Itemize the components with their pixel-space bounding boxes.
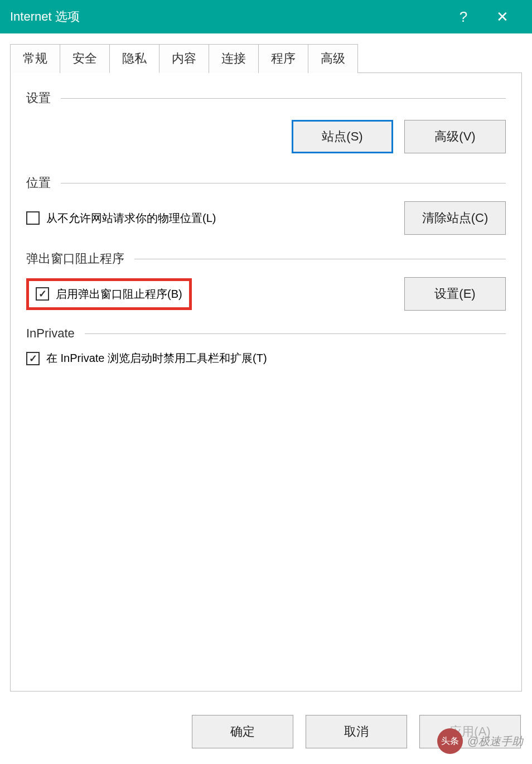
tab-general[interactable]: 常规 [10, 44, 60, 73]
section-inprivate-heading: InPrivate [26, 326, 506, 341]
section-settings-heading: 设置 [26, 90, 506, 107]
popup-settings-button[interactable]: 设置(E) [404, 277, 506, 311]
section-inprivate-label: InPrivate [26, 326, 75, 341]
dialog-body: 常规 安全 隐私 内容 连接 程序 高级 设置 站点(S) 高级(V) 位置 从… [0, 33, 532, 692]
cancel-button-label: 取消 [344, 724, 369, 738]
help-button[interactable]: ? [444, 8, 483, 26]
dialog-footer: 确定 取消 应用(A) [0, 702, 532, 764]
section-popup-heading: 弹出窗口阻止程序 [26, 250, 506, 267]
tab-content[interactable]: 内容 [159, 44, 209, 73]
ok-button[interactable]: 确定 [192, 715, 293, 748]
ok-button-label: 确定 [230, 724, 255, 738]
section-popup-label: 弹出窗口阻止程序 [26, 250, 124, 267]
tab-advanced-label: 高级 [321, 51, 345, 65]
never-allow-location-checkbox[interactable] [26, 211, 40, 225]
tab-connections-label: 连接 [221, 51, 246, 65]
apply-button[interactable]: 应用(A) [419, 715, 521, 748]
settings-advanced-button[interactable]: 高级(V) [404, 120, 506, 153]
tab-content-label: 内容 [172, 51, 196, 65]
tab-privacy[interactable]: 隐私 [109, 44, 159, 73]
cancel-button[interactable]: 取消 [306, 715, 407, 748]
sites-button-label: 站点(S) [322, 129, 362, 143]
highlight-annotation: 启用弹出窗口阻止程序(B) [26, 278, 192, 310]
settings-advanced-button-label: 高级(V) [434, 129, 475, 143]
sites-button[interactable]: 站点(S) [292, 120, 393, 153]
settings-button-row: 站点(S) 高级(V) [26, 120, 506, 153]
tab-programs-label: 程序 [271, 51, 296, 65]
section-location-heading: 位置 [26, 175, 506, 191]
tab-programs[interactable]: 程序 [258, 44, 308, 73]
tab-security-label: 安全 [72, 51, 97, 65]
inprivate-disable-ext-checkbox[interactable] [26, 352, 40, 365]
section-settings-label: 设置 [26, 90, 51, 107]
clear-sites-button-label: 清除站点(C) [422, 211, 489, 225]
location-row: 从不允许网站请求你的物理位置(L) 清除站点(C) [26, 201, 506, 235]
inprivate-row: 在 InPrivate 浏览启动时禁用工具栏和扩展(T) [26, 351, 506, 366]
divider-icon [85, 333, 506, 334]
tab-connections[interactable]: 连接 [209, 44, 259, 73]
close-button[interactable]: ✕ [483, 8, 522, 26]
tab-general-label: 常规 [23, 51, 47, 65]
divider-icon [61, 183, 506, 183]
window-title: Internet 选项 [10, 8, 444, 25]
divider-icon [61, 98, 506, 99]
tab-strip: 常规 安全 隐私 内容 连接 程序 高级 [10, 43, 522, 72]
apply-button-label: 应用(A) [449, 724, 490, 738]
tab-security[interactable]: 安全 [60, 44, 110, 73]
enable-popup-blocker-checkbox[interactable] [36, 287, 49, 301]
titlebar: Internet 选项 ? ✕ [0, 0, 532, 33]
enable-popup-blocker-label: 启用弹出窗口阻止程序(B) [56, 287, 182, 302]
inprivate-disable-ext-line: 在 InPrivate 浏览启动时禁用工具栏和扩展(T) [26, 351, 506, 366]
never-allow-location-label: 从不允许网站请求你的物理位置(L) [46, 211, 216, 226]
popup-settings-button-label: 设置(E) [434, 287, 475, 301]
section-location-label: 位置 [26, 175, 51, 191]
clear-sites-button[interactable]: 清除站点(C) [404, 201, 506, 235]
divider-icon [134, 259, 506, 259]
inprivate-disable-ext-label: 在 InPrivate 浏览启动时禁用工具栏和扩展(T) [46, 351, 267, 366]
popup-row: 启用弹出窗口阻止程序(B) 设置(E) [26, 277, 506, 311]
never-allow-location-checkbox-line: 从不允许网站请求你的物理位置(L) [26, 211, 216, 226]
tab-advanced[interactable]: 高级 [308, 44, 358, 73]
tab-panel-privacy: 设置 站点(S) 高级(V) 位置 从不允许网站请求你的物理位置(L) 清除站点… [10, 72, 522, 692]
tab-privacy-label: 隐私 [122, 51, 147, 65]
